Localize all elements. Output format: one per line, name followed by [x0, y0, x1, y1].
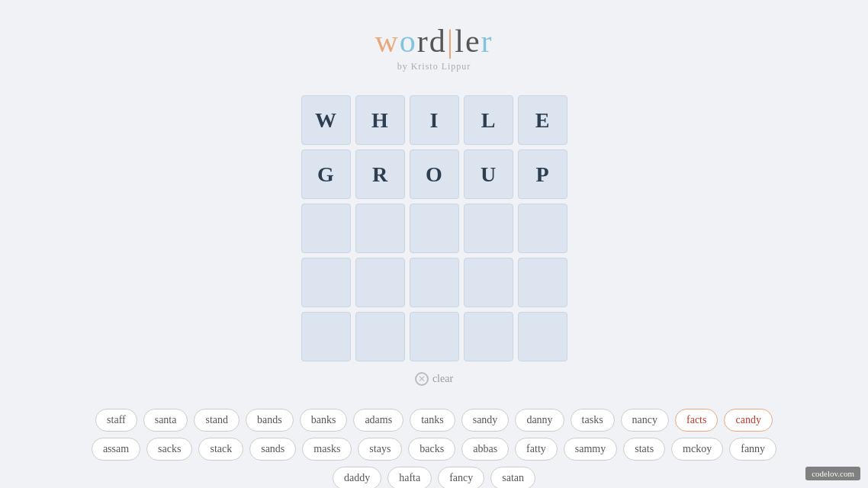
word-tag[interactable]: backs [408, 438, 455, 461]
word-tag[interactable]: santa [143, 409, 188, 432]
grid-cell-2-2[interactable] [410, 204, 459, 253]
app-header: word|ler by Kristo Lippur [375, 23, 493, 72]
word-tag[interactable]: daddy [333, 467, 381, 488]
word-tag[interactable]: fanny [729, 438, 776, 461]
grid-cell-2-4[interactable] [518, 204, 567, 253]
grid-cell-3-1[interactable] [355, 258, 405, 307]
word-tag[interactable]: satan [490, 467, 535, 488]
clear-button[interactable]: ✕ clear [415, 372, 453, 386]
grid-cell-0-1[interactable]: H [355, 95, 405, 145]
grid-cell-1-1[interactable]: R [355, 149, 405, 199]
word-tag[interactable]: sandy [461, 409, 510, 432]
grid-cell-1-4[interactable]: P [518, 149, 567, 199]
word-tag[interactable]: stays [358, 438, 402, 461]
grid-cell-0-0[interactable]: W [301, 95, 351, 145]
grid-cell-0-2[interactable]: I [410, 95, 459, 145]
grid-row-1: GROUP [301, 149, 567, 199]
grid-row-4 [301, 312, 567, 361]
word-list: staffsantastandbandsbanksadamstankssandy… [68, 409, 800, 488]
word-tag[interactable]: stats [623, 438, 665, 461]
clear-label: clear [432, 373, 453, 385]
grid-cell-3-4[interactable] [518, 258, 567, 307]
word-tag[interactable]: danny [515, 409, 564, 432]
word-tag[interactable]: sands [249, 438, 296, 461]
grid-cell-3-3[interactable] [464, 258, 513, 307]
word-tag[interactable]: assam [92, 438, 140, 461]
app-title: word|ler [375, 23, 493, 59]
word-tag[interactable]: fancy [438, 467, 484, 488]
grid-cell-1-0[interactable]: G [301, 149, 351, 199]
grid-cell-2-1[interactable] [355, 204, 405, 253]
word-tag[interactable]: staff [95, 409, 137, 432]
grid-cell-0-3[interactable]: L [464, 95, 513, 145]
word-tag[interactable]: tanks [410, 409, 455, 432]
word-tag[interactable]: sacks [146, 438, 192, 461]
grid-cell-1-3[interactable]: U [464, 149, 513, 199]
word-tag[interactable]: masks [302, 438, 352, 461]
grid-row-0: WHILE [301, 95, 567, 145]
grid-cell-4-0[interactable] [301, 312, 351, 361]
word-tag[interactable]: stack [198, 438, 243, 461]
word-tag[interactable]: stand [194, 409, 240, 432]
grid-cell-4-4[interactable] [518, 312, 567, 361]
word-tag[interactable]: hafta [387, 467, 432, 488]
word-tag[interactable]: candy [724, 409, 772, 432]
watermark: codelov.com [805, 467, 860, 480]
grid-row-2 [301, 204, 567, 253]
grid-cell-4-2[interactable] [410, 312, 459, 361]
grid-cell-2-3[interactable] [464, 204, 513, 253]
word-grid: WHILEGROUP [301, 95, 567, 361]
word-tag[interactable]: abbas [461, 438, 509, 461]
app-subtitle: by Kristo Lippur [375, 61, 493, 72]
grid-cell-3-2[interactable] [410, 258, 459, 307]
grid-cell-4-1[interactable] [355, 312, 405, 361]
word-tag[interactable]: adams [353, 409, 403, 432]
word-tag[interactable]: fatty [515, 438, 558, 461]
grid-cell-0-4[interactable]: E [518, 95, 567, 145]
word-tag[interactable]: mckoy [671, 438, 723, 461]
grid-cell-1-2[interactable]: O [410, 149, 459, 199]
word-tag[interactable]: nancy [621, 409, 669, 432]
word-tag[interactable]: tasks [571, 409, 615, 432]
grid-cell-3-0[interactable] [301, 258, 351, 307]
grid-cell-2-0[interactable] [301, 204, 351, 253]
word-tag[interactable]: sammy [564, 438, 617, 461]
word-tag[interactable]: facts [675, 409, 718, 432]
grid-cell-4-3[interactable] [464, 312, 513, 361]
word-tag[interactable]: bands [246, 409, 294, 432]
word-tag[interactable]: banks [300, 409, 348, 432]
grid-row-3 [301, 258, 567, 307]
clear-icon: ✕ [415, 372, 429, 386]
